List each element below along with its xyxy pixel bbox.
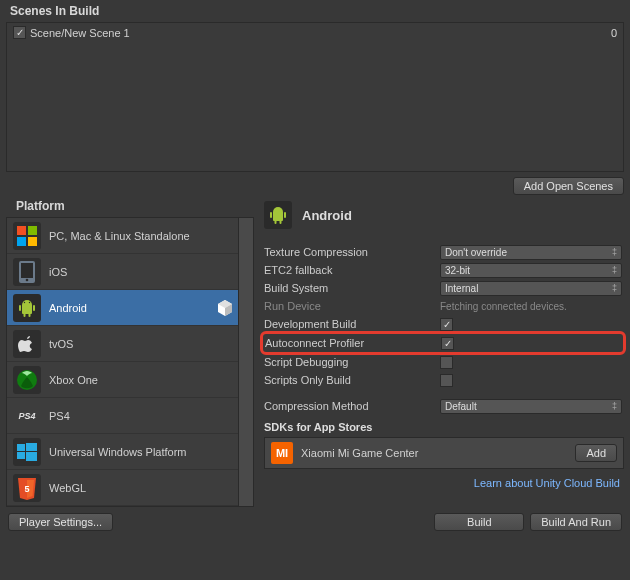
- unity-badge-icon: [215, 298, 235, 318]
- build-button[interactable]: Build: [434, 513, 524, 531]
- ios-icon: [13, 258, 41, 286]
- platform-item-uwp[interactable]: Universal Windows Platform: [7, 434, 253, 470]
- texture-compression-label: Texture Compression: [264, 246, 434, 258]
- platform-label: Xbox One: [49, 374, 235, 386]
- platform-item-webgl[interactable]: 5 WebGL: [7, 470, 253, 506]
- platform-label: tvOS: [49, 338, 235, 350]
- platform-label: PS4: [49, 410, 235, 422]
- tvos-icon: [13, 330, 41, 358]
- svg-rect-19: [17, 452, 25, 459]
- sdk-label: Xiaomi Mi Game Center: [301, 447, 567, 459]
- scene-checkbox[interactable]: [13, 26, 26, 39]
- add-open-scenes-button[interactable]: Add Open Scenes: [513, 177, 624, 195]
- development-build-label: Development Build: [264, 318, 434, 330]
- compression-method-dropdown[interactable]: Default: [440, 399, 622, 414]
- platform-label: WebGL: [49, 482, 235, 494]
- autoconnect-profiler-highlight: Autoconnect Profiler: [260, 331, 626, 355]
- xiaomi-icon: MI: [271, 442, 293, 464]
- svg-point-12: [29, 301, 30, 302]
- sdk-row: MI Xiaomi Mi Game Center Add: [264, 437, 624, 469]
- svg-rect-5: [21, 263, 33, 278]
- platform-item-xboxone[interactable]: Xbox One: [7, 362, 253, 398]
- android-icon: [264, 201, 292, 229]
- svg-rect-9: [24, 313, 26, 317]
- svg-rect-2: [17, 237, 26, 246]
- svg-rect-0: [17, 226, 26, 235]
- platform-title: Platform: [6, 195, 254, 217]
- autoconnect-profiler-checkbox[interactable]: [441, 337, 454, 350]
- platform-label: Android: [49, 302, 207, 314]
- platform-item-ps4[interactable]: PS4 PS4: [7, 398, 253, 434]
- standalone-icon: [13, 222, 41, 250]
- run-device-status: Fetching connected devices.: [440, 301, 567, 312]
- svg-rect-20: [26, 452, 37, 461]
- svg-rect-18: [26, 443, 37, 451]
- svg-rect-8: [33, 305, 35, 311]
- scene-index: 0: [611, 27, 617, 39]
- build-settings-panel: Android Texture Compression Don't overri…: [264, 195, 624, 507]
- svg-rect-27: [280, 220, 282, 224]
- sdk-add-button[interactable]: Add: [575, 444, 617, 462]
- run-device-label: Run Device: [264, 300, 434, 312]
- etc2-fallback-dropdown[interactable]: 32-bit: [440, 263, 622, 278]
- webgl-icon: 5: [13, 474, 41, 502]
- platform-item-ios[interactable]: iOS: [7, 254, 253, 290]
- scripts-only-build-checkbox[interactable]: [440, 374, 453, 387]
- texture-compression-dropdown[interactable]: Don't override: [440, 245, 622, 260]
- svg-point-6: [26, 278, 29, 281]
- scripts-only-build-label: Scripts Only Build: [264, 374, 434, 386]
- build-system-dropdown[interactable]: Internal: [440, 281, 622, 296]
- svg-text:5: 5: [24, 484, 29, 494]
- ps4-icon: PS4: [13, 402, 41, 430]
- platform-item-android[interactable]: Android: [7, 290, 253, 326]
- build-target-title: Android: [302, 208, 352, 223]
- scenes-in-build-panel: Scene/New Scene 1 0: [6, 22, 624, 172]
- scenes-in-build-title: Scenes In Build: [0, 0, 630, 22]
- sdk-section-title: SDKs for App Stores: [264, 415, 624, 437]
- uwp-icon: [13, 438, 41, 466]
- etc2-fallback-label: ETC2 fallback: [264, 264, 434, 276]
- svg-rect-3: [28, 237, 37, 246]
- svg-rect-1: [28, 226, 37, 235]
- platform-item-standalone[interactable]: PC, Mac & Linux Standalone: [7, 218, 253, 254]
- svg-rect-7: [19, 305, 21, 311]
- platform-list: PC, Mac & Linux Standalone iOS Android: [6, 217, 254, 507]
- platform-label: iOS: [49, 266, 235, 278]
- script-debugging-checkbox[interactable]: [440, 356, 453, 369]
- player-settings-button[interactable]: Player Settings...: [8, 513, 113, 531]
- platform-label: PC, Mac & Linux Standalone: [49, 230, 235, 242]
- platform-item-tvos[interactable]: tvOS: [7, 326, 253, 362]
- development-build-checkbox[interactable]: [440, 318, 453, 331]
- script-debugging-label: Script Debugging: [264, 356, 434, 368]
- autoconnect-profiler-label: Autoconnect Profiler: [265, 337, 435, 349]
- platform-label: Universal Windows Platform: [49, 446, 235, 458]
- svg-rect-25: [284, 212, 286, 218]
- svg-rect-17: [17, 444, 25, 451]
- scene-row[interactable]: Scene/New Scene 1 0: [7, 23, 623, 42]
- android-icon: [13, 294, 41, 322]
- svg-rect-26: [275, 220, 277, 224]
- cloud-build-link[interactable]: Learn about Unity Cloud Build: [474, 477, 620, 489]
- build-system-label: Build System: [264, 282, 434, 294]
- build-and-run-button[interactable]: Build And Run: [530, 513, 622, 531]
- svg-rect-24: [270, 212, 272, 218]
- scene-name: Scene/New Scene 1: [30, 27, 130, 39]
- compression-method-label: Compression Method: [264, 400, 434, 412]
- svg-rect-10: [29, 313, 31, 317]
- svg-point-11: [24, 301, 25, 302]
- xbox-icon: [13, 366, 41, 394]
